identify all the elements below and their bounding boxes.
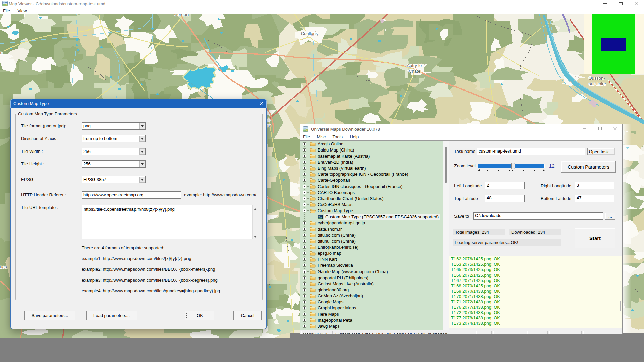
combo-arrow-icon[interactable] <box>139 177 145 183</box>
tree-expander-icon[interactable] <box>303 167 306 170</box>
tree-expander-icon[interactable] <box>303 228 306 231</box>
tree-item-label[interactable]: Eniro(kartor.eniro.se) <box>317 244 359 250</box>
tree-item[interactable]: Baidu Map (China) <box>300 147 443 153</box>
cancel-button[interactable]: Cancel <box>233 311 262 320</box>
tree-item-label[interactable]: CoCoRaHS Maps <box>317 201 353 207</box>
tree-item-label[interactable]: ditu.so.com (China) <box>317 232 357 238</box>
dialog-combo[interactable]: EPSG:3857 <box>82 176 146 183</box>
umd-menu-tools[interactable]: Tools <box>330 134 345 139</box>
dialog-close-button[interactable] <box>258 101 264 107</box>
tree-item-label[interactable]: Carte-Geoportail <box>317 177 351 183</box>
tree-item-label[interactable]: FINN Kart <box>317 256 338 262</box>
tree-item[interactable]: GoMap.Az (Azerbaijan) <box>300 293 443 299</box>
tree-item[interactable]: Arcgis Online <box>300 141 443 147</box>
tree-item[interactable]: Inageoportal Peta <box>300 317 443 323</box>
tree-item[interactable]: cyberjapandata.gsi.go.jp <box>300 220 443 226</box>
tree-item[interactable]: Freemap Slovakia <box>300 262 443 268</box>
tree-item[interactable]: Getlost Maps Live (Australia) <box>300 281 443 287</box>
load-parameters-button[interactable]: Load parameters... <box>86 311 137 320</box>
tree-expander-icon[interactable] <box>303 306 306 309</box>
mapviewer-minimize-button[interactable] <box>600 0 610 7</box>
left-longitude-input[interactable]: 2 <box>485 182 525 189</box>
combo-arrow-icon[interactable] <box>139 123 145 129</box>
tree-item[interactable]: data.shom.fr <box>300 226 443 232</box>
menu-view[interactable]: View <box>14 7 30 13</box>
tree-expander-icon[interactable] <box>303 197 306 200</box>
tree-scrollbar-thumb[interactable] <box>445 147 447 183</box>
ok-button[interactable]: OK <box>185 311 214 320</box>
tree-expander-icon[interactable] <box>303 234 306 237</box>
tree-item[interactable]: Here Maps <box>300 311 443 317</box>
tree-item-label[interactable]: Getlost Maps Live (Australia) <box>317 281 375 287</box>
save-to-input[interactable]: C:\downloads <box>473 212 603 220</box>
tree-expander-icon[interactable] <box>303 246 306 249</box>
tree-item-label[interactable]: Bing Maps (Virtual earth) <box>317 165 367 171</box>
browse-button[interactable]: ... <box>605 213 615 220</box>
mapviewer-maximize-button[interactable] <box>615 0 626 7</box>
log-scrollbar[interactable] <box>619 256 622 328</box>
download-log[interactable]: T162 2076/1425.png: OK T163 2075/1425.pn… <box>449 256 622 328</box>
tree-item[interactable]: Chartbundle Chart (United States) <box>300 195 443 201</box>
tree-item-label[interactable]: Arcgis Online <box>317 141 344 147</box>
tree-item-label[interactable]: Chartbundle Chart (United States) <box>317 195 385 201</box>
bottom-latitude-input[interactable]: 47 <box>575 195 614 202</box>
dialog-combo[interactable]: from up to bottom <box>82 135 146 142</box>
dialog-combo[interactable]: png <box>82 122 146 130</box>
tree-expander-icon[interactable] <box>303 173 306 176</box>
tree-item-label[interactable]: Freemap Slovakia <box>317 262 354 268</box>
tree-item[interactable]: geoportal PH (Philippines) <box>300 275 443 281</box>
tree-item[interactable]: Bing Maps (Virtual earth) <box>300 165 443 171</box>
tree-item-label[interactable]: Here Maps <box>317 311 340 317</box>
log-scrollbar-thumb[interactable] <box>620 301 621 311</box>
tree-expander-icon[interactable] <box>303 313 306 316</box>
tree-item-label[interactable]: Gaode Map (www.amap.com China) <box>317 268 389 275</box>
menu-file[interactable]: File <box>0 7 13 13</box>
combo-arrow-icon[interactable] <box>139 161 145 167</box>
tree-item-label[interactable]: Carte topographique IGN - Geoportail (Fr… <box>317 171 409 177</box>
tree-item[interactable]: Eniro(kartor.eniro.se) <box>300 244 443 250</box>
tree-item[interactable]: Custom Map Type (EPSG3857 and EPSG4326 s… <box>300 214 443 220</box>
tree-item[interactable]: epsg.io map <box>300 250 443 256</box>
umd-menu-help[interactable]: Help <box>347 134 361 139</box>
task-name-input[interactable]: custom-map-test.umd <box>477 148 585 155</box>
tree-expander-icon[interactable] <box>303 276 306 279</box>
tree-expander-icon[interactable] <box>303 161 306 164</box>
tree-item-label[interactable]: Custom Map Type <box>317 208 354 214</box>
tree-item-label[interactable]: basemap.at Karte (Austria) <box>317 153 371 159</box>
tree-item-label[interactable]: geoportal PH (Philippines) <box>317 275 369 281</box>
tree-item[interactable]: ditu.so.com (China) <box>300 232 443 238</box>
scroll-up-icon[interactable] <box>253 205 258 211</box>
tree-item[interactable]: CoCoRaHS Maps <box>300 201 443 207</box>
tree-expander-icon[interactable] <box>303 294 306 297</box>
tree-expander-icon[interactable] <box>303 209 306 212</box>
right-longitude-input[interactable]: 3 <box>575 182 614 189</box>
tree-item[interactable]: Jawg Maps <box>300 323 443 329</box>
tree-item[interactable]: Gaode Map (www.amap.com China) <box>300 268 443 275</box>
dialog-combo[interactable]: 256 <box>82 160 146 168</box>
umd-menu-misc[interactable]: Misc <box>314 134 328 139</box>
tree-expander-icon[interactable] <box>303 282 306 285</box>
tree-item[interactable]: CARTO Basemaps <box>300 189 443 195</box>
tree-item-label[interactable]: cyberjapandata.gsi.go.jp <box>317 220 366 226</box>
zoom-slider[interactable] <box>478 164 545 168</box>
combo-arrow-icon[interactable] <box>139 136 145 142</box>
tree-expander-icon[interactable] <box>303 155 306 158</box>
tree-expander-icon[interactable] <box>303 270 306 273</box>
tree-item[interactable]: Bhuvan-2D (India) <box>300 159 443 165</box>
tree-item-label[interactable]: GoMap.Az (Azerbaijan) <box>317 293 364 299</box>
tree-expander-icon[interactable] <box>303 179 306 182</box>
tree-scrollbar[interactable] <box>443 141 449 330</box>
tree-expander-icon[interactable] <box>303 185 306 188</box>
tree-item[interactable]: GraphHopper Maps <box>300 305 443 311</box>
tree-expander-icon[interactable] <box>303 319 306 322</box>
tree-item[interactable]: Carte-Geoportail <box>300 177 443 183</box>
custom-parameters-button[interactable]: Custom Parameters <box>561 161 616 173</box>
tile-url-template-textarea[interactable]: https://tile-c.openstreetmap.fr/hot/{z}/… <box>82 205 258 239</box>
tree-item[interactable]: Custom Map Type <box>300 208 443 214</box>
tree-expander-icon[interactable] <box>303 142 306 145</box>
tree-item-label[interactable]: Jawg Maps <box>317 323 341 329</box>
scroll-down-icon[interactable] <box>253 233 258 239</box>
tree-expander-icon[interactable] <box>303 264 306 267</box>
start-button[interactable]: Start <box>575 228 615 248</box>
tree-expander-icon[interactable] <box>303 300 306 303</box>
